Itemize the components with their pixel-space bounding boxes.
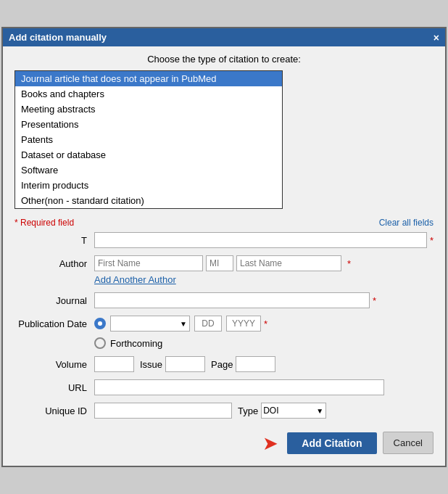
arrow-icon: ➤ — [262, 434, 278, 453]
citation-type-item-7[interactable]: Interim products — [15, 178, 282, 193]
author-inputs: * — [94, 255, 351, 271]
title-required-star: * — [430, 235, 434, 246]
required-field-label: * Required field — [14, 218, 74, 228]
month-select-wrapper: JanFebMar AprMayJun JulAugSep OctNovDec … — [110, 316, 190, 332]
title-input[interactable] — [94, 232, 427, 248]
pubdate-row: Publication Date JanFebMar AprMayJun Jul… — [14, 316, 434, 332]
forthcoming-radio[interactable] — [94, 337, 106, 349]
type-inline-label: Type — [238, 406, 258, 416]
author-row: Author * — [14, 255, 434, 271]
last-name-input[interactable] — [236, 255, 341, 271]
url-input[interactable] — [94, 379, 384, 395]
dialog-titlebar: Add citation manually × — [3, 28, 445, 46]
add-citation-dialog: Add citation manually × Choose the type … — [1, 27, 447, 467]
citation-type-dropdown[interactable]: Journal article that does not appear in … — [14, 70, 434, 209]
page-inline-label: Page — [211, 359, 233, 370]
cancel-button[interactable]: Cancel — [383, 432, 434, 454]
add-another-author-link[interactable]: Add Another Author — [94, 274, 176, 285]
first-name-input[interactable] — [94, 255, 203, 271]
citation-type-item-1[interactable]: Books and chapters — [15, 86, 282, 102]
close-button[interactable]: × — [434, 33, 439, 43]
forthcoming-row: Forthcoming — [94, 337, 434, 349]
citation-type-item-0[interactable]: Journal article that does not appear in … — [15, 71, 282, 86]
dialog-title: Add citation manually — [9, 32, 107, 43]
mi-input[interactable] — [206, 255, 233, 271]
day-input[interactable] — [194, 316, 222, 332]
doi-select-wrapper: DOI PMID Other ▼ — [261, 403, 326, 419]
doi-type-select[interactable]: DOI PMID Other — [261, 403, 326, 419]
journal-required-star: * — [373, 295, 376, 306]
citation-type-item-8[interactable]: Other(non - standard citation) — [15, 193, 282, 208]
volume-label: Volume — [14, 359, 94, 370]
footer-row: ➤ Add Citation Cancel — [14, 427, 434, 456]
journal-row: Journal * — [14, 292, 434, 308]
journal-input[interactable] — [94, 292, 370, 308]
vol-issue-page-row: Volume Issue Page — [14, 356, 434, 372]
uniqueid-input[interactable] — [94, 403, 232, 419]
citation-type-item-6[interactable]: Software — [15, 162, 282, 178]
add-citation-button[interactable]: Add Citation — [287, 432, 376, 454]
pubdate-label: Publication Date — [14, 318, 94, 329]
add-author-row: Add Another Author — [14, 274, 434, 285]
uniqueid-label: Unique ID — [14, 406, 94, 416]
issue-input[interactable] — [165, 356, 205, 372]
citation-type-item-2[interactable]: Meeting abstracts — [15, 102, 282, 117]
year-input[interactable] — [226, 316, 261, 332]
citation-type-item-5[interactable]: Dataset or database — [15, 147, 282, 162]
month-select[interactable]: JanFebMar AprMayJun JulAugSep OctNovDec — [110, 316, 190, 332]
journal-label: Journal — [14, 295, 94, 306]
citation-type-item-4[interactable]: Patents — [15, 132, 282, 147]
pubdate-radio[interactable] — [94, 318, 106, 329]
volume-input[interactable] — [94, 356, 134, 372]
page-input[interactable] — [236, 356, 275, 372]
url-label: URL — [14, 382, 94, 393]
forthcoming-label: Forthcoming — [110, 338, 162, 349]
uniqueid-row: Unique ID Type DOI PMID Other ▼ — [14, 403, 434, 419]
citation-type-list[interactable]: Journal article that does not appear in … — [14, 70, 283, 209]
title-label: T — [14, 235, 94, 246]
clear-all-fields-link[interactable]: Clear all fields — [379, 218, 434, 228]
required-row: * Required field Clear all fields — [14, 218, 434, 228]
citation-type-item-3[interactable]: Presentations — [15, 117, 282, 132]
title-row: T * — [14, 232, 434, 248]
dialog-body: Choose the type of citation to create: J… — [3, 46, 445, 466]
issue-inline-label: Issue — [140, 359, 162, 370]
author-label: Author — [14, 258, 94, 269]
author-required-star: * — [347, 258, 351, 269]
url-row: URL — [14, 379, 434, 395]
pubdate-required-star: * — [264, 318, 267, 329]
choose-type-label: Choose the type of citation to create: — [14, 54, 434, 65]
